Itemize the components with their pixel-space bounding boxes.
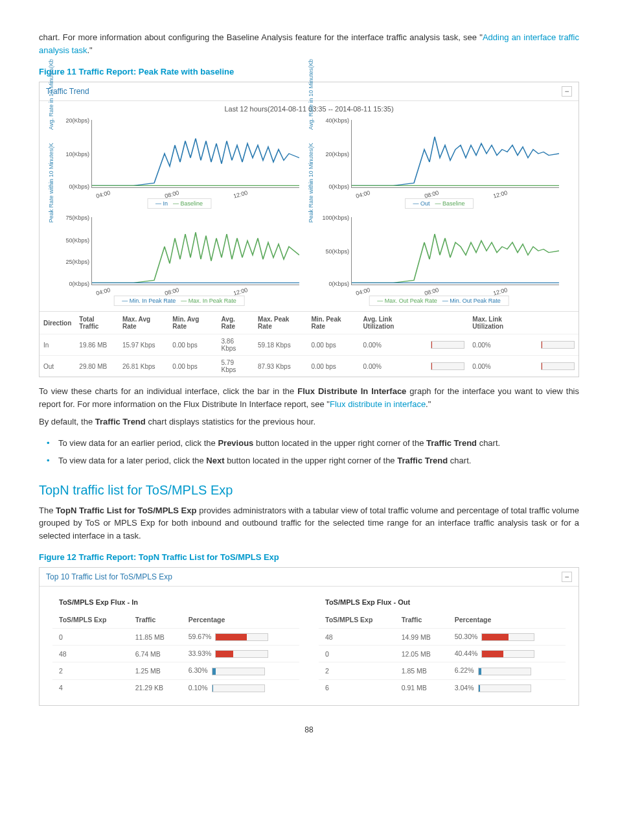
link-flux-distribute[interactable]: Flux distribute in interface	[330, 399, 426, 409]
page-number: 88	[39, 725, 579, 734]
topn-description: The TopN Traffic List for ToS/MPLS Exp p…	[39, 504, 579, 542]
topn-panel: Top 10 Traffic List for ToS/MPLS Exp − T…	[39, 567, 579, 706]
intro-paragraph: chart. For more information about config…	[39, 31, 579, 56]
list-item-next: To view data for a later period, click t…	[58, 454, 579, 467]
out-flux-table: ToS/MPLS ExpTrafficPercentage4814.99 MB5…	[319, 611, 566, 696]
out-flux-title: ToS/MPLS Exp Flux - Out	[319, 593, 566, 611]
collapse-icon[interactable]: −	[562, 572, 572, 582]
chart-out-peak: Peak Rate within 10 Minutes(K 100(Kbps) …	[312, 214, 566, 305]
default-paragraph: By default, the Traffic Trend chart disp…	[39, 415, 579, 428]
collapse-icon[interactable]: −	[562, 86, 572, 97]
traffic-stats-table: DirectionTotal TrafficMax. Avg RateMin. …	[40, 311, 578, 377]
traffic-trend-panel: Traffic Trend − Last 12 hours(2014-08-11…	[39, 82, 579, 377]
chart-out-avg: Avg. Rate in 10 Minutes(Kb 40(Kbps) 20(K…	[312, 117, 566, 207]
chart-in-avg: Avg. Rate in 10 Minutes(Kb 20(Kbps) 10(K…	[52, 117, 306, 207]
in-flux-title: ToS/MPLS Exp Flux - In	[52, 593, 299, 611]
figure-12-title: Figure 12 Traffic Report: TopN Traffic L…	[39, 552, 579, 562]
chart-in-peak: Peak Rate within 10 Minutes(K 75(Kbps) 5…	[52, 214, 306, 305]
topn-heading: TopN traffic list for ToS/MPLS Exp	[39, 483, 579, 498]
flux-paragraph: To view these charts for an individual i…	[39, 385, 579, 410]
in-flux-table: ToS/MPLS ExpTrafficPercentage011.85 MB59…	[52, 611, 299, 696]
topn-panel-header: Top 10 Traffic List for ToS/MPLS Exp	[46, 572, 172, 581]
list-item-previous: To view data for an earlier period, clic…	[58, 437, 579, 450]
